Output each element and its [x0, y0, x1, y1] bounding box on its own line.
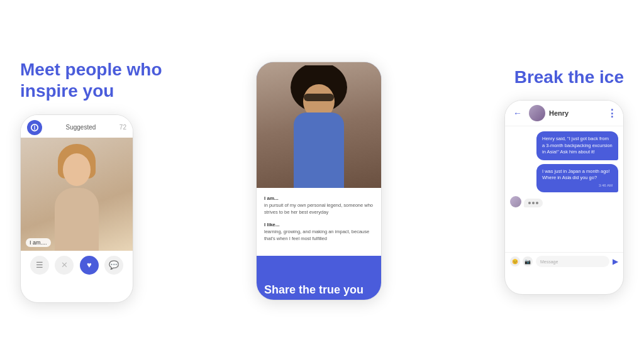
profile-photo-area [257, 62, 381, 188]
panel-3: Break the ice ← Henry ⋮ Henry said, "I j… [441, 67, 624, 295]
user-message-bubble: I was just in Japan a month ago! Where i… [536, 164, 618, 192]
message-input-bar: 😊 📷 Message ▶ [505, 252, 623, 270]
bubble1-text: Henry said, "I just got back from a 3-mo… [542, 136, 613, 155]
phone1-topbar: Suggested 72 [21, 115, 133, 138]
person-silhouette-1 [39, 144, 114, 251]
typing-dots [528, 202, 538, 204]
iam-block: I am... in pursuit of my own personal le… [264, 195, 374, 216]
phone-mockup-3: ← Henry ⋮ Henry said, "I just got back f… [504, 100, 624, 295]
phone1-photo: I am.... [21, 138, 133, 251]
panel-1-heading: Meet people who inspire you [20, 59, 196, 101]
panel-2: I am... in pursuit of my own personal le… [250, 62, 388, 300]
back-button[interactable]: ← [511, 107, 524, 119]
app-logo-icon [27, 120, 42, 135]
body2-icon [294, 112, 344, 188]
phone2-photo [257, 62, 381, 188]
body-icon [55, 188, 99, 251]
phone2-bottom-bar: Share the true you [257, 256, 381, 300]
emoji-icon[interactable]: 😊 [510, 256, 520, 266]
ilike-text: learning, growing, and making an impact,… [264, 229, 374, 242]
typing-indicator-row [510, 196, 618, 207]
iam-text: in pursuit of my own personal legend, so… [264, 202, 374, 216]
typing-bubble [524, 199, 543, 207]
message-input-field[interactable]: Message [536, 256, 609, 267]
contact-name: Henry [549, 109, 607, 117]
panel-2-heading: Share the true you [264, 283, 364, 297]
iam-label: I am... [264, 195, 374, 201]
chat-button[interactable]: 💬 [104, 256, 123, 275]
phone2-bio-content: I am... in pursuit of my own personal le… [257, 188, 381, 256]
suggested-message-bubble: Henry said, "I just got back from a 3-mo… [536, 131, 618, 160]
phone3-topbar: ← Henry ⋮ [505, 101, 623, 126]
suggested-label: Suggested [66, 124, 96, 131]
dot-1 [528, 202, 531, 204]
message-time: 3:46 AM [542, 183, 613, 188]
sunglasses-icon [304, 94, 334, 101]
phone1-actions: ☰ ✕ ♥ 💬 [21, 251, 133, 280]
send-button[interactable]: ▶ [613, 257, 618, 266]
face-icon [63, 153, 91, 186]
phone-mockup-1: Suggested 72 I am.... ☰ ✕ ♥ [20, 114, 133, 303]
dislike-button[interactable]: ✕ [55, 256, 74, 275]
camera-icon[interactable]: 📷 [523, 256, 533, 266]
henry-chat-avatar [510, 196, 521, 207]
phone-mockup-2: I am... in pursuit of my own personal le… [256, 62, 382, 300]
menu-button[interactable]: ☰ [30, 256, 49, 275]
panel-3-heading: Break the ice [441, 67, 624, 87]
bubble2-text: I was just in Japan a month ago! Where i… [542, 168, 613, 182]
message-placeholder: Message [540, 260, 558, 264]
dot-3 [536, 202, 538, 204]
ilike-block: I like... learning, growing, and making … [264, 222, 374, 242]
chat-area: Henry said, "I just got back from a 3-mo… [505, 126, 623, 252]
logo-svg [30, 123, 39, 132]
henry-avatar [529, 105, 545, 121]
input-icons: 😊 📷 [510, 256, 533, 266]
app-container: Meet people who inspire you Suggested 72 [20, 18, 624, 344]
dot-2 [532, 202, 535, 204]
more-options-button[interactable]: ⋮ [607, 107, 617, 119]
ilike-label: I like... [264, 222, 374, 228]
panel-1: Meet people who inspire you Suggested 72 [20, 59, 196, 302]
photo-label: I am.... [26, 238, 51, 247]
suggested-count: 72 [119, 124, 126, 131]
like-button[interactable]: ♥ [80, 256, 99, 275]
